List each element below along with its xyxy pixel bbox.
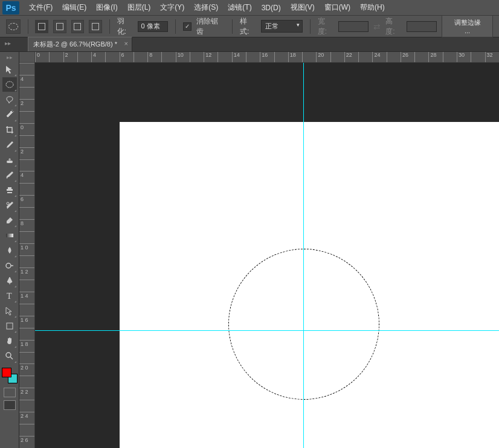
menu-image[interactable]: 图像(I) [91, 0, 122, 15]
width-input [338, 21, 369, 32]
style-dropdown[interactable]: 正常 [261, 20, 303, 33]
style-label: 样式: [240, 16, 256, 37]
menu-view[interactable]: 视图(V) [286, 0, 320, 15]
vertical-ruler[interactable]: 42024681 01 21 41 61 82 02 22 42 6 [19, 63, 35, 448]
selection-intersect-icon [92, 23, 99, 30]
divider [109, 19, 110, 34]
zoom-tool[interactable] [2, 349, 17, 363]
healing-brush-tool[interactable] [2, 153, 17, 167]
selection-subtract-icon [74, 23, 81, 30]
vertical-guide[interactable] [303, 63, 304, 448]
eraser-tool[interactable] [2, 213, 17, 228]
canvas-viewport[interactable] [35, 63, 499, 448]
svg-point-7 [6, 353, 11, 357]
clone-stamp-tool[interactable] [2, 183, 17, 197]
document-tab[interactable]: 未标题-2 @ 66.7%(RGB/8) * × [28, 37, 132, 51]
menu-layer[interactable]: 图层(L) [123, 0, 156, 15]
divider [232, 19, 233, 34]
svg-point-0 [6, 82, 13, 88]
gradient-tool[interactable] [2, 228, 17, 243]
svg-rect-6 [7, 323, 13, 329]
lasso-tool[interactable] [2, 92, 17, 107]
selection-intersect-button[interactable] [89, 20, 102, 33]
blur-tool[interactable] [2, 243, 17, 258]
svg-point-4 [6, 263, 11, 268]
selection-add-button[interactable] [53, 20, 66, 33]
selection-add-icon [56, 23, 63, 30]
mask-modes [4, 388, 16, 397]
selection-new-button[interactable] [35, 20, 48, 33]
tool-preset-picker[interactable] [6, 19, 21, 34]
antialias-label: 消除锯齿 [196, 16, 225, 37]
pen-tool[interactable] [2, 274, 17, 288]
width-label: 宽度: [318, 16, 334, 37]
ruler-origin[interactable] [19, 52, 35, 63]
screen-modes [4, 400, 16, 410]
toolbox: ▸▸ T [0, 52, 19, 448]
ellipse-marquee-icon [8, 23, 18, 30]
hand-tool[interactable] [2, 334, 17, 348]
tab-bar-handle[interactable]: ▸▸ [5, 40, 11, 46]
marquee-tool[interactable] [2, 77, 17, 92]
refine-edge-button[interactable]: 调整边缘 ... [442, 15, 493, 37]
horizontal-guide[interactable] [35, 330, 499, 331]
antialias-checkbox[interactable]: ✓ [183, 22, 192, 31]
document-tab-bar: 未标题-2 @ 66.7%(RGB/8) * × [0, 37, 499, 52]
divider [28, 19, 28, 34]
type-tool[interactable]: T [2, 289, 17, 303]
selection-subtract-button[interactable] [71, 20, 85, 33]
menu-filter[interactable]: 滤镜(T) [223, 0, 256, 15]
height-label: 高度: [385, 16, 402, 37]
brush-tool[interactable] [2, 168, 17, 182]
foreground-color[interactable] [2, 368, 11, 377]
screen-mode-button[interactable] [4, 400, 16, 410]
feather-label: 羽化: [117, 16, 134, 37]
swap-dimensions-icon: ⇄ [373, 22, 381, 31]
document-tab-title: 未标题-2 @ 66.7%(RGB/8) * [33, 40, 117, 48]
divider [175, 19, 176, 34]
feather-input[interactable] [138, 21, 168, 32]
menu-edit[interactable]: 编辑(E) [57, 0, 91, 15]
menu-type[interactable]: 文字(Y) [155, 0, 189, 15]
color-swatches[interactable] [2, 368, 18, 383]
history-brush-tool[interactable] [2, 198, 17, 213]
workspace: 02468101214161820222426283032 42024681 0… [19, 52, 499, 448]
dodge-tool[interactable] [2, 258, 17, 273]
svg-rect-1 [7, 161, 13, 163]
magic-wand-tool[interactable] [2, 107, 17, 122]
toolbox-handle[interactable]: ▸▸ [7, 54, 13, 60]
menu-bar: Ps 文件(F) 编辑(E) 图像(I) 图层(L) 文字(Y) 选择(S) 滤… [0, 0, 499, 16]
shape-tool[interactable] [2, 319, 17, 333]
menu-window[interactable]: 窗口(W) [320, 0, 355, 15]
path-selection-tool[interactable] [2, 304, 17, 318]
divider [310, 19, 311, 34]
svg-rect-3 [6, 234, 13, 237]
selection-new-icon [38, 23, 45, 30]
crop-tool[interactable] [2, 123, 17, 137]
height-input [407, 21, 437, 32]
move-tool[interactable] [2, 62, 17, 77]
horizontal-ruler[interactable]: 02468101214161820222426283032 [35, 52, 499, 63]
options-bar: 羽化: ✓ 消除锯齿 样式: 正常 宽度: ⇄ 高度: 调整边缘 ... [0, 16, 499, 37]
tab-close-button[interactable]: × [124, 40, 128, 47]
app-logo: Ps [2, 1, 19, 14]
standard-mode-button[interactable] [4, 388, 16, 397]
marquee-selection[interactable] [228, 249, 379, 400]
menu-select[interactable]: 选择(S) [189, 0, 223, 15]
menu-3d[interactable]: 3D(D) [257, 1, 286, 14]
svg-text:T: T [7, 292, 12, 301]
svg-point-2 [7, 202, 9, 205]
menu-file[interactable]: 文件(F) [24, 0, 57, 15]
menu-help[interactable]: 帮助(H) [355, 0, 390, 15]
document-canvas[interactable] [120, 122, 499, 448]
main-area: ▸▸ T 0246810121416182022 [0, 52, 499, 448]
eyedropper-tool[interactable] [2, 138, 17, 152]
